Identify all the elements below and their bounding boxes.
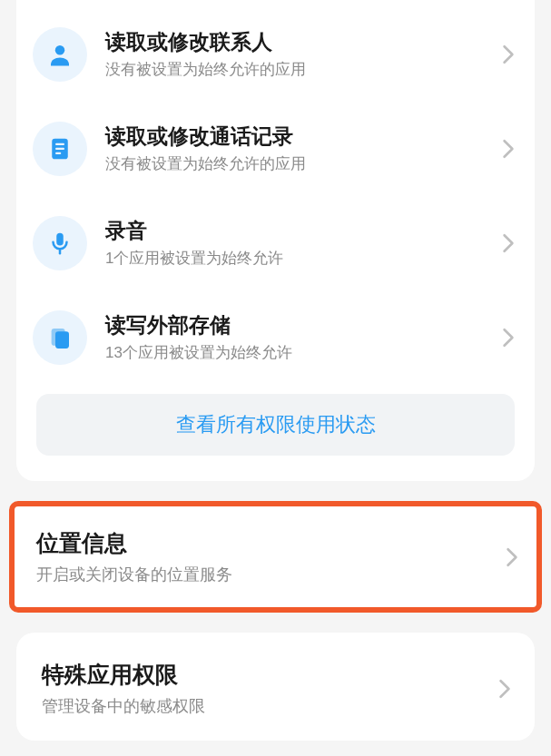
location-card-highlight: 位置信息 开启或关闭设备的位置服务	[9, 501, 542, 613]
special-title: 特殊应用权限	[42, 660, 491, 690]
view-all-permissions-button[interactable]: 查看所有权限使用状态	[36, 394, 515, 456]
permissions-card: 读取或修改联系人 没有被设置为始终允许的应用 读取或修改通话记录 没有被设置为始…	[16, 0, 535, 481]
chevron-right-icon	[506, 547, 518, 567]
special-permissions-card: 特殊应用权限 管理设备中的敏感权限	[16, 633, 535, 741]
permission-title: 读取或修改联系人	[105, 29, 495, 56]
permission-subtitle: 13个应用被设置为始终允许	[105, 343, 495, 363]
permission-title: 读写外部存储	[105, 312, 495, 339]
permission-row-storage[interactable]: 读写外部存储 13个应用被设置为始终允许	[16, 290, 535, 385]
permission-text: 读取或修改通话记录 没有被设置为始终允许的应用	[105, 123, 495, 174]
permission-text: 录音 1个应用被设置为始终允许	[105, 218, 495, 269]
special-subtitle: 管理设备中的敏感权限	[42, 695, 491, 717]
svg-rect-3	[55, 148, 64, 150]
view-all-label: 查看所有权限使用状态	[176, 411, 376, 438]
permission-title: 录音	[105, 218, 495, 245]
permission-subtitle: 没有被设置为始终允许的应用	[105, 60, 495, 80]
permission-row-calllog[interactable]: 读取或修改通话记录 没有被设置为始终允许的应用	[16, 102, 535, 196]
location-text: 位置信息 开启或关闭设备的位置服务	[36, 528, 498, 585]
svg-rect-8	[55, 331, 69, 349]
svg-rect-5	[56, 233, 64, 246]
permission-title: 读取或修改通话记录	[105, 123, 495, 151]
permission-subtitle: 1个应用被设置为始终允许	[105, 249, 495, 269]
chevron-right-icon	[498, 679, 511, 699]
permission-row-contacts[interactable]: 读取或修改联系人 没有被设置为始终允许的应用	[16, 7, 535, 102]
permission-row-microphone[interactable]: 录音 1个应用被设置为始终允许	[16, 196, 535, 290]
location-title: 位置信息	[36, 528, 498, 558]
svg-rect-2	[55, 143, 64, 145]
special-permissions-row[interactable]: 特殊应用权限 管理设备中的敏感权限	[16, 636, 535, 741]
svg-point-0	[55, 45, 65, 55]
chevron-right-icon	[502, 328, 515, 348]
special-text: 特殊应用权限 管理设备中的敏感权限	[42, 660, 491, 717]
contacts-icon	[33, 27, 87, 82]
chevron-right-icon	[502, 139, 515, 159]
storage-icon	[33, 310, 87, 365]
svg-rect-4	[55, 152, 61, 154]
location-row[interactable]: 位置信息 开启或关闭设备的位置服务	[20, 512, 531, 602]
chevron-right-icon	[502, 233, 515, 253]
permission-subtitle: 没有被设置为始终允许的应用	[105, 154, 495, 174]
permission-text: 读写外部存储 13个应用被设置为始终允许	[105, 312, 495, 363]
location-subtitle: 开启或关闭设备的位置服务	[36, 564, 498, 585]
microphone-icon	[33, 216, 87, 270]
permission-text: 读取或修改联系人 没有被设置为始终允许的应用	[105, 29, 495, 80]
calllog-icon	[33, 122, 87, 176]
chevron-right-icon	[502, 44, 515, 64]
